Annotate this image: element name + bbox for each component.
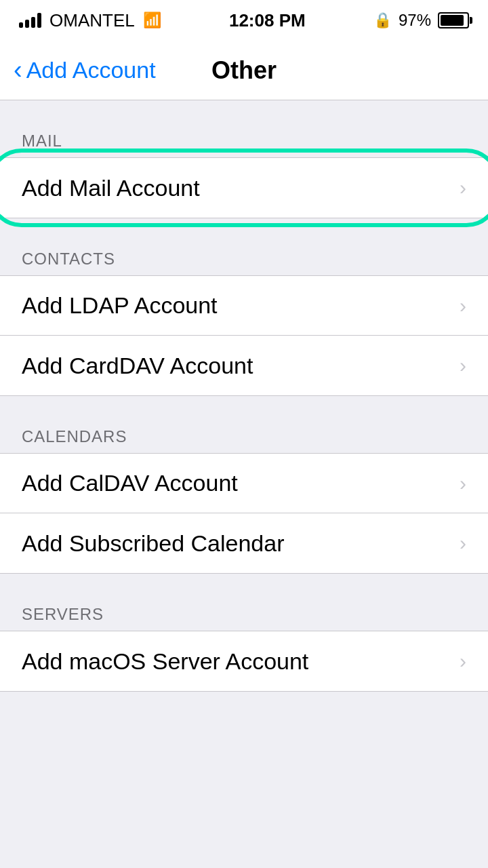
nav-bar: ‹ Add Account Other	[0, 41, 488, 100]
contacts-section-body: Add LDAP Account › Add CardDAV Account ›	[0, 275, 488, 396]
lock-icon: 🔒	[373, 12, 392, 29]
chevron-right-icon: ›	[460, 294, 466, 317]
content: MAIL Add Mail Account › CONTACTS Add LDA…	[0, 100, 488, 692]
mail-section: MAIL Add Mail Account ›	[0, 121, 488, 218]
add-subscribed-calendar-item[interactable]: Add Subscribed Calendar ›	[0, 513, 488, 573]
add-mail-account-item[interactable]: Add Mail Account ›	[0, 158, 488, 218]
battery-icon	[438, 12, 469, 28]
add-macos-server-account-item[interactable]: Add macOS Server Account ›	[0, 631, 488, 691]
servers-section: SERVERS Add macOS Server Account ›	[0, 594, 488, 692]
add-subscribed-calendar-label: Add Subscribed Calendar	[22, 530, 284, 557]
battery-fill	[441, 15, 464, 26]
add-caldav-account-item[interactable]: Add CalDAV Account ›	[0, 454, 488, 513]
status-time: 12:08 PM	[229, 10, 306, 31]
chevron-right-icon: ›	[460, 650, 466, 673]
back-label: Add Account	[26, 57, 156, 83]
signal-icon	[19, 13, 41, 28]
chevron-right-icon: ›	[460, 532, 466, 555]
chevron-right-icon: ›	[460, 176, 466, 199]
add-macos-server-account-label: Add macOS Server Account	[22, 648, 308, 675]
spacer-2	[0, 574, 488, 594]
servers-section-header: SERVERS	[0, 594, 488, 631]
calendars-section-header: CALENDARS	[0, 416, 488, 453]
mail-section-body: Add Mail Account ›	[0, 157, 488, 218]
add-mail-account-label: Add Mail Account	[22, 175, 200, 201]
add-ldap-account-label: Add LDAP Account	[22, 292, 218, 319]
page-title: Other	[211, 56, 277, 85]
battery-percent: 97%	[399, 11, 431, 30]
chevron-right-icon: ›	[460, 472, 466, 495]
contacts-section-header: CONTACTS	[0, 239, 488, 275]
add-carddav-account-item[interactable]: Add CardDAV Account ›	[0, 336, 488, 395]
status-right: 🔒 97%	[373, 11, 469, 30]
add-ldap-account-item[interactable]: Add LDAP Account ›	[0, 276, 488, 336]
spacer-1	[0, 396, 488, 416]
add-caldav-account-label: Add CalDAV Account	[22, 470, 238, 496]
mail-section-header: MAIL	[0, 121, 488, 157]
chevron-right-icon: ›	[460, 354, 466, 377]
back-chevron-icon: ‹	[14, 57, 22, 83]
status-left: OMANTEL 📶	[19, 10, 161, 31]
calendars-section: CALENDARS Add CalDAV Account › Add Subsc…	[0, 416, 488, 574]
calendars-section-body: Add CalDAV Account › Add Subscribed Cale…	[0, 453, 488, 574]
back-button[interactable]: ‹ Add Account	[14, 57, 156, 83]
carrier-name: OMANTEL	[49, 10, 135, 31]
wifi-icon: 📶	[143, 12, 161, 29]
status-bar: OMANTEL 📶 12:08 PM 🔒 97%	[0, 0, 488, 41]
add-carddav-account-label: Add CardDAV Account	[22, 353, 253, 379]
contacts-section: CONTACTS Add LDAP Account › Add CardDAV …	[0, 239, 488, 396]
servers-section-body: Add macOS Server Account ›	[0, 631, 488, 692]
